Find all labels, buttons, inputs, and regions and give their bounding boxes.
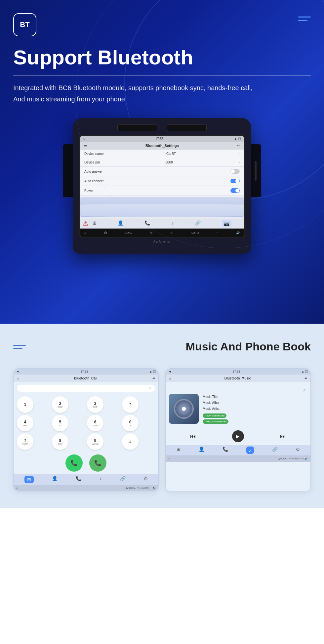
hero-divider [13, 75, 311, 76]
call-back-arrow[interactable]: ◄ [16, 370, 19, 373]
bt-row-power[interactable]: Power [80, 186, 244, 196]
power-toggle[interactable] [230, 188, 240, 193]
call-nav-music[interactable]: ♪ [100, 476, 102, 483]
avrcp-badge: AVRCP connected [203, 419, 228, 424]
nav-person-icon[interactable]: 👤 [118, 220, 123, 227]
call-back-icon[interactable]: ↩ [152, 376, 155, 380]
device-name-label: Device name [84, 152, 103, 156]
dial-4[interactable]: 4GHI [17, 415, 33, 431]
call-nav-camera[interactable]: ⊙ [144, 476, 148, 483]
screen-menu-icon: ☰ [84, 143, 87, 148]
music-statusbar: ◄ 17:53 ▲ ☐ [166, 369, 310, 375]
music-signal: ▲ ☐ [302, 370, 308, 373]
vent-right [167, 125, 207, 131]
car-side-right [250, 144, 261, 197]
dial-hash[interactable]: # [122, 433, 139, 450]
call-nav-grid[interactable]: ⊞ [24, 476, 34, 483]
dial-7[interactable]: 7PQRS [17, 433, 33, 450]
prev-button[interactable]: ⏮ [190, 433, 196, 440]
vent-left [117, 125, 157, 131]
snow-icon-sm: ❄ [150, 231, 153, 234]
music-home-icon: ⌂ [169, 376, 171, 380]
dial-star[interactable]: * [122, 396, 139, 413]
nav-camera-icon[interactable]: 📷 [222, 220, 231, 227]
section-hamburger[interactable] [13, 345, 26, 349]
dial-2[interactable]: 2ABC [52, 396, 68, 413]
device-name-arrow: › [239, 152, 240, 156]
dial-6[interactable]: 6MNO [87, 415, 103, 431]
music-screen: ◄ 17:53 ▲ ☐ ⌂ Bluetooth_Music ↩ ♪ [166, 369, 310, 462]
nav-music-icon[interactable]: ♪ [172, 220, 174, 227]
next-button[interactable]: ⏭ [280, 433, 286, 440]
dial-8[interactable]: 8TUV [52, 433, 68, 450]
bt-row-device-name[interactable]: Device name CarBT › [80, 150, 244, 158]
bt-row-auto-connect[interactable]: Auto connect [80, 176, 244, 186]
hero-description: Integrated with BC6 Bluetooth module, su… [13, 82, 311, 105]
album-art-disc [174, 399, 194, 419]
bt-music-card: ◄ 17:53 ▲ ☐ ⌂ Bluetooth_Music ↩ ♪ [165, 368, 311, 491]
hero-section: BT Support Bluetooth Integrated with BC6… [0, 0, 324, 324]
play-button[interactable]: ▶ [232, 430, 244, 442]
nav-link-icon[interactable]: 🔗 [195, 220, 201, 227]
music-nav-phone[interactable]: 📞 [223, 447, 228, 454]
hamburger-menu[interactable] [298, 17, 311, 21]
phones-row: ◄ 17:53 ▲ ☐ ⌂ Bluetooth_Call ↩ ✕ 1 2ABC … [13, 368, 311, 491]
bt-row-auto-answer[interactable]: Auto answer [80, 167, 244, 176]
dial-1[interactable]: 1 [17, 396, 33, 413]
music-time: 17:53 [232, 370, 240, 373]
car-body: ⌂ 17:53 ▲ ☐ ☰ Bluetooth_Settings ↩ Devic… [73, 118, 251, 254]
screen-statusbar: ⌂ 17:53 ▲ ☐ [80, 136, 244, 142]
call-search-bar[interactable]: ✕ [17, 385, 155, 392]
music-back-icon[interactable]: ↩ [304, 376, 307, 380]
music-back-arrow[interactable]: ◄ [168, 370, 171, 373]
call-nav-link[interactable]: 🔗 [120, 476, 126, 483]
hero-header: BT [13, 13, 311, 36]
dual-label: DUAL [124, 231, 132, 234]
side-slider [255, 161, 257, 181]
call-nav-phone[interactable]: 📞 [76, 476, 81, 483]
call-clear-icon[interactable]: ✕ [148, 386, 151, 390]
dialpad: 1 2ABC 3DEF * 4GHI 5JKL 6MNO 0+ 7PQRS 8T… [14, 394, 158, 452]
volume-icon-sm: 🔊 [236, 231, 240, 234]
music-nav-person[interactable]: 👤 [199, 447, 204, 454]
device-pin-arrow: › [239, 161, 240, 164]
music-info: Music Title Music Album Music Artist A2D… [203, 394, 307, 424]
bt-badge: BT [13, 13, 36, 36]
screen-back-icon[interactable]: ↩ [237, 143, 240, 148]
call-bar-home: ⌂ [16, 486, 18, 489]
music-nav-grid[interactable]: ⊞ [177, 447, 181, 454]
recycle-icon-sm: ↺ [170, 231, 173, 234]
dial-3[interactable]: 3DEF [87, 396, 103, 413]
bt-row-device-pin[interactable]: Device pin 0000 › [80, 158, 244, 167]
auto-connect-toggle[interactable] [230, 179, 240, 183]
home-icon-sm: ⌂ [84, 231, 86, 234]
temp-icon-sm: ~ [217, 231, 218, 234]
dial-5[interactable]: 5JKL [52, 415, 68, 431]
music-controls: ⏮ ▶ ⏭ [166, 427, 310, 445]
nav-phone-icon[interactable]: 📞 [144, 220, 150, 227]
call-button[interactable]: 📞 [65, 454, 83, 472]
call-nav-person[interactable]: 👤 [52, 476, 58, 483]
music-nav-camera[interactable]: ⊙ [296, 447, 300, 454]
call-home-icon: ⌂ [17, 376, 19, 380]
music-nav-link[interactable]: 🔗 [272, 447, 278, 454]
music-note-icon: ♪ [169, 385, 307, 394]
call-time: 17:53 [80, 370, 88, 373]
nav-grid-icon[interactable]: ⊞ [93, 220, 97, 227]
music-bottom-bar: ⌂ ⏻ DUAL ❄ ↺ AUTO ~ 🔊 [166, 455, 310, 462]
dial-9[interactable]: 9WXYZ [87, 433, 103, 450]
call-bottom-bar: ⌂ ⏻ DUAL ❄ ↺ AUTO ~ 🔊 [14, 485, 158, 491]
screen-title: Bluetooth_Settings [145, 144, 179, 148]
music-nav-music[interactable]: ♪ [246, 447, 254, 454]
section-title: Music And Phone Book [186, 340, 311, 353]
device-pin-value: 0000 [166, 161, 173, 164]
signal-icons: ▲ ☐ [234, 137, 241, 141]
dial-0[interactable]: 0+ [122, 415, 139, 431]
hamburger-line-1 [298, 17, 311, 18]
music-bar-home: ⌂ [168, 457, 170, 460]
redial-button[interactable]: 📞 [89, 454, 106, 472]
auto-answer-toggle[interactable] [230, 169, 240, 174]
music-screen-title: Bluetooth_Music [224, 376, 251, 380]
car-screen[interactable]: ⌂ 17:53 ▲ ☐ ☰ Bluetooth_Settings ↩ Devic… [79, 135, 245, 238]
call-signal: ▲ ☐ [149, 370, 156, 373]
